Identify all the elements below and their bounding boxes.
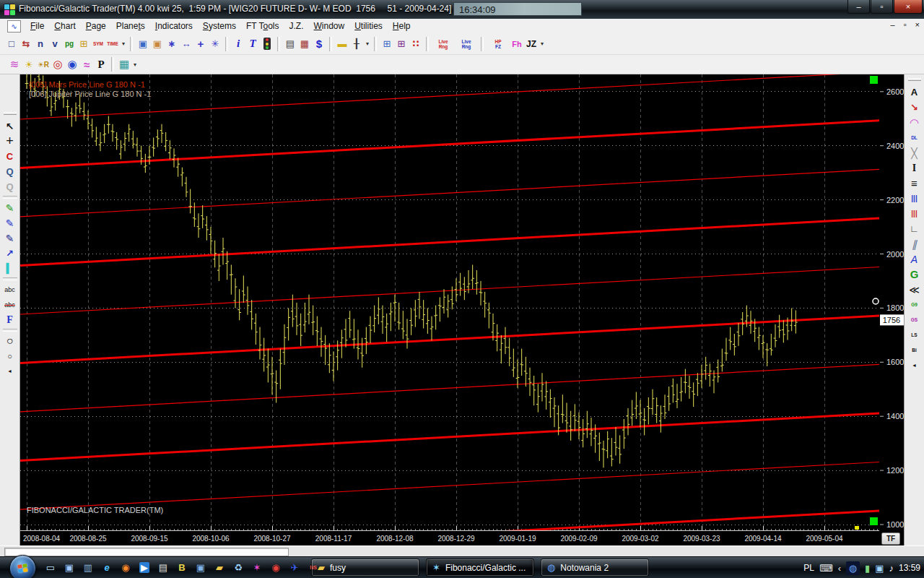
internet-explorer-icon[interactable]: e (100, 559, 114, 575)
vertical-lines-blue-tool-icon[interactable]: ||| (906, 191, 923, 206)
planet-p-icon[interactable]: P (94, 56, 108, 73)
messenger-icon[interactable]: ✈ (287, 559, 302, 575)
ruler-icon[interactable]: ▬ (335, 35, 349, 53)
annotate-pen-tool-icon[interactable]: A (906, 251, 923, 267)
chart-document-icon[interactable]: ∿ (7, 20, 21, 33)
mdi-minimize-button[interactable]: – (891, 20, 895, 29)
page-group-icon[interactable]: pg (62, 35, 77, 53)
start-button[interactable] (9, 555, 36, 578)
planet-wheel-icon[interactable]: ◉ (65, 56, 79, 73)
fhz-icon[interactable]: Fh (510, 35, 524, 53)
zoom-out-tool-icon[interactable]: Q (1, 179, 19, 194)
font-tool-icon[interactable]: F (1, 312, 19, 327)
menu-item-help[interactable]: Help (388, 20, 416, 33)
mini-chart-tool-icon[interactable]: ∟ (906, 221, 923, 236)
pointer-tool-icon[interactable]: ↖ (1, 118, 19, 134)
menu-item-file[interactable]: File (25, 20, 49, 33)
menu-item-utilities[interactable]: Utilities (349, 20, 388, 33)
zoom-page-tool-icon[interactable]: Q (1, 164, 19, 179)
network-icon[interactable]: ▣ (875, 563, 884, 574)
chart-area[interactable]: 2008-08-042008-08-252008-09-152008-10-06… (20, 74, 904, 545)
menu-item-page[interactable]: Page (81, 20, 111, 33)
channel-tool-icon[interactable]: I (906, 160, 923, 176)
candle-marker-icon[interactable]: ╂ (349, 35, 364, 53)
mdi-restore-button[interactable]: ▫ (904, 20, 907, 29)
close-button[interactable]: × (894, 0, 923, 14)
cascade-pages-icon[interactable]: ▣ (136, 35, 150, 53)
pen-blue-tool-icon[interactable]: ✎ (1, 215, 19, 230)
daily-bars-icon[interactable]: v (48, 35, 62, 53)
vertical-lines-red-tool-icon[interactable]: ||| (906, 206, 923, 221)
angle-text-tool-icon[interactable]: A (906, 85, 923, 100)
crosshair-tool-icon[interactable]: + (1, 134, 19, 149)
erase-text-tool-icon[interactable]: abc (1, 297, 19, 312)
sun-aspects-icon[interactable]: ☀ (22, 56, 36, 73)
expand-scale-icon[interactable]: ↔ (179, 35, 193, 53)
collapse-palette-icon[interactable]: ◄ (1, 363, 19, 379)
power-icon[interactable]: ▮ (865, 563, 870, 574)
notepad-icon[interactable]: ▤ (156, 559, 170, 575)
keyboard-icon[interactable]: ⌨ (819, 563, 833, 574)
open-page-icon[interactable]: ⇆ (19, 35, 33, 53)
dl-tool-icon[interactable]: DL (906, 130, 923, 145)
dropdown-arrow-icon[interactable]: ▾ (120, 40, 127, 47)
tray-collapse-icon[interactable]: ‹ (838, 563, 841, 574)
menu-item-planets[interactable]: Planets (111, 20, 150, 33)
intraday-bars-icon[interactable]: n (33, 35, 48, 53)
gs-tool-icon[interactable]: GS (906, 312, 923, 327)
pen-navy-tool-icon[interactable]: ✎ (1, 230, 19, 246)
menu-item-systems[interactable]: Systems (198, 20, 241, 33)
price-chart[interactable]: 2008-08-042008-08-252008-09-152008-10-06… (20, 74, 904, 545)
harmonic-rings-icon[interactable]: ◎ (51, 56, 65, 73)
planet-waves-icon[interactable]: ≋ (7, 56, 22, 73)
small-ellipse-tool-icon[interactable]: ○ (1, 348, 19, 363)
opera-icon[interactable]: ◉ (269, 559, 283, 575)
menu-item-window[interactable]: Window (308, 20, 349, 33)
traffic-light-icon[interactable] (260, 35, 274, 53)
scroll-bottom-marker[interactable] (870, 517, 878, 525)
horizontal-lines-tool-icon[interactable]: ≡ (906, 176, 923, 191)
live-range-blue-icon[interactable]: LiveRng (455, 35, 478, 53)
restore-button[interactable]: ▫ (871, 0, 893, 14)
menu-item-chart[interactable]: Chart (49, 20, 80, 33)
time-list-icon[interactable]: TIME (105, 35, 120, 53)
text-abc-tool-icon[interactable]: abc (1, 282, 19, 297)
notowania-tray-icon[interactable]: ◍ (846, 561, 860, 575)
g9-tool-icon[interactable]: G9 (906, 297, 923, 312)
stock-app-icon[interactable]: B (175, 559, 189, 575)
menu-item-fttools[interactable]: FT Tools (241, 20, 284, 33)
pen-green-tool-icon[interactable]: ✎ (1, 200, 19, 215)
firefox-icon[interactable]: ◉ (118, 559, 133, 575)
sun-retrograde-icon[interactable]: ☀R (36, 56, 51, 73)
symbol-list-icon[interactable]: SYM (91, 35, 105, 53)
menu-item-jz[interactable]: J.Z. (284, 20, 308, 33)
timeframe-button[interactable]: TF (881, 532, 900, 545)
window-layout-icon[interactable]: ⊞ (77, 35, 91, 53)
language-indicator[interactable]: PL (803, 563, 814, 573)
currency-icon[interactable]: $ (312, 35, 326, 53)
reset-scale-icon[interactable]: ✳ (208, 35, 222, 53)
ellipse-tool-icon[interactable]: ○ (1, 333, 19, 348)
fan-lines-tool-icon[interactable]: ≪ (906, 282, 923, 297)
new-page-icon[interactable]: □ (4, 35, 19, 53)
tile-windows-alt-icon[interactable]: ⊞ (394, 35, 409, 53)
arrow-line-tool-icon[interactable]: ↗ (1, 246, 19, 261)
parallel-lines-tool-icon[interactable]: ∥ (906, 236, 923, 251)
live-grid-icon[interactable]: ∷ (409, 35, 423, 53)
price-alert-marker[interactable] (873, 298, 879, 304)
snap-magnet-tool-icon[interactable]: C (1, 149, 19, 164)
volume-icon[interactable]: ♪ (889, 563, 894, 574)
media-player-icon[interactable]: ▶ (137, 559, 152, 575)
documents-folder-icon[interactable]: ▰ (212, 559, 227, 575)
taskbar-button-fibonacci[interactable]: ✶Fibonacci/Galactic ... (426, 558, 534, 577)
highlighter-tool-icon[interactable]: ▍ (1, 261, 19, 276)
menu-item-indicators[interactable]: Indicators (150, 20, 198, 33)
recycle-bin-icon[interactable]: ♻ (231, 559, 245, 575)
explorer-icon[interactable]: ▥ (81, 559, 95, 575)
add-page-icon[interactable]: ▣ (150, 35, 165, 53)
collapse-palette-icon[interactable]: ◄ (906, 358, 923, 373)
dot-grid-icon[interactable]: ▦ (117, 56, 131, 73)
live-range-red-icon[interactable]: LiveRng (432, 35, 455, 53)
print-icon[interactable]: ▤ (283, 35, 297, 53)
taskbar-button-fusy[interactable]: ▰fusy (311, 558, 419, 577)
